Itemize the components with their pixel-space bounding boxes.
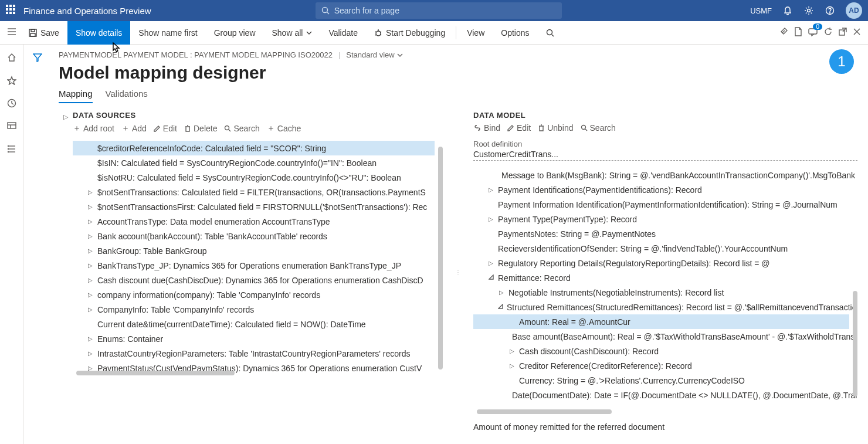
ds-tree-row[interactable]: ▷BankGroup: Table BankGroup	[73, 243, 435, 258]
scrollbar-horizontal[interactable]	[477, 409, 612, 414]
filter-icon[interactable]	[33, 53, 42, 64]
home-icon[interactable]	[7, 53, 16, 64]
scrollbar-vertical[interactable]	[438, 147, 443, 370]
find-button[interactable]	[538, 21, 562, 45]
modules-icon[interactable]	[7, 144, 16, 155]
nav-toggle-icon[interactable]	[3, 28, 21, 38]
gear-icon[interactable]	[803, 5, 814, 16]
scrollbar-vertical[interactable]	[853, 291, 857, 396]
expand-icon[interactable]: ▷	[87, 350, 94, 357]
user-avatar[interactable]: AD	[846, 2, 862, 19]
favorites-icon[interactable]	[7, 76, 16, 87]
expand-icon[interactable]: ▷	[508, 348, 516, 354]
expand-icon[interactable]: ▷	[87, 248, 94, 254]
search-button[interactable]: Search	[224, 124, 259, 133]
expand-icon[interactable]: ▷	[87, 218, 94, 225]
company-code[interactable]: USMF	[750, 6, 772, 15]
popout-icon[interactable]	[839, 28, 847, 38]
ds-tree-row[interactable]: ▷IntrastatCountryRegionParameters: Table…	[73, 346, 435, 361]
ds-tree-row[interactable]: $isNotRU: Calculated field = SysCountryR…	[73, 170, 435, 185]
add-button[interactable]: ＋Add	[121, 123, 147, 134]
edit-button[interactable]: Edit	[507, 123, 531, 133]
ds-tree-row[interactable]: $IsIN: Calculated field = SysCountryRegi…	[73, 155, 435, 170]
refresh-icon[interactable]	[823, 27, 833, 38]
show-name-first-button[interactable]: Show name first	[130, 21, 205, 45]
unbind-button[interactable]: Unbind	[538, 123, 573, 133]
scrollbar-horizontal[interactable]	[76, 371, 235, 375]
expand-icon[interactable]: ▷	[487, 216, 494, 222]
workspace-icon[interactable]	[7, 121, 16, 133]
ds-tree[interactable]: $creditorReferenceInfoCode: Calculated f…	[73, 141, 443, 375]
search-button[interactable]: Search	[581, 123, 616, 133]
attach-icon[interactable]	[779, 27, 788, 38]
messages-button[interactable]: 0	[808, 27, 818, 38]
show-all-button[interactable]: Show all	[264, 21, 321, 45]
dm-tree-row[interactable]: Amount: Real = @.AmountCur	[473, 314, 849, 329]
delete-button[interactable]: Delete	[184, 124, 217, 133]
add-root-button[interactable]: ＋Add root	[73, 123, 114, 134]
ds-tree-row[interactable]: ▷Bank account(bankAccount): Table 'BankA…	[73, 229, 435, 243]
show-details-button[interactable]: Show details	[67, 21, 130, 45]
dm-tree-row[interactable]: Remittance: Record	[473, 270, 849, 285]
group-view-button[interactable]: Group view	[206, 21, 264, 45]
expand-icon[interactable]: ▷	[87, 292, 94, 298]
expand-icon[interactable]: ▷	[487, 187, 494, 193]
expand-icon[interactable]: ▷	[498, 289, 505, 296]
expand-icon[interactable]: ▷	[87, 233, 94, 239]
ds-tree-row[interactable]: ▷CompanyInfo: Table 'CompanyInfo' record…	[73, 302, 435, 317]
expand-icon[interactable]	[487, 274, 494, 281]
ds-tree-row[interactable]: $creditorReferenceInfoCode: Calculated f…	[73, 141, 435, 155]
global-search[interactable]: Search for a page	[316, 2, 562, 19]
recent-icon[interactable]	[7, 99, 16, 110]
dm-tree[interactable]: Message to Bank(MsgBank): String = @.'ve…	[473, 168, 857, 414]
validate-button[interactable]: Validate	[320, 21, 366, 45]
root-definition-value[interactable]: CustomerCreditTrans...	[473, 150, 857, 161]
bind-button[interactable]: Bind	[473, 123, 500, 133]
dm-tree-row[interactable]: ▷Payment Identifications(PaymentIdentifi…	[473, 182, 849, 197]
start-debugging-button[interactable]: Start Debugging	[366, 21, 453, 45]
view-menu[interactable]: View	[459, 21, 493, 45]
dm-tree-row[interactable]: ▷Payment Type(PaymentType): Record	[473, 212, 849, 226]
dm-tree-row[interactable]: ▷Creditor Reference(CreditorReference): …	[473, 358, 849, 373]
ds-tree-row[interactable]: ▷$notSentTransactionsFirst: Calculated f…	[73, 199, 435, 214]
dm-tree-row[interactable]: Date(DocumentDate): Date = IF(@.Document…	[473, 388, 849, 402]
ds-tree-row[interactable]: ▷Enums: Container	[73, 331, 435, 346]
dm-tree-row[interactable]: Message to Bank(MsgBank): String = @.'ve…	[473, 168, 849, 182]
options-menu[interactable]: Options	[493, 21, 537, 45]
expand-icon[interactable]: ▷	[87, 262, 94, 269]
expand-icon[interactable]	[498, 304, 503, 310]
app-launcher-icon[interactable]	[6, 5, 18, 16]
close-icon[interactable]	[853, 28, 861, 38]
tab-validations[interactable]: Validations	[106, 89, 148, 103]
expand-icon[interactable]: ▷	[87, 306, 94, 313]
save-button[interactable]: Save	[21, 21, 67, 45]
ds-tree-row[interactable]: ▷BankTransType_JP: Dynamics 365 for Oper…	[73, 258, 435, 273]
ds-tree-row[interactable]: ▷AccountTransType: Data model enumeratio…	[73, 214, 435, 229]
expand-icon[interactable]: ▷	[87, 277, 94, 283]
ds-tree-row[interactable]: ▷company information(company): Table 'Co…	[73, 287, 435, 302]
expand-icon[interactable]: ▷	[508, 362, 516, 369]
bell-icon[interactable]	[782, 5, 793, 16]
edit-button[interactable]: Edit	[154, 124, 177, 133]
help-icon[interactable]	[825, 5, 835, 16]
dm-tree-row[interactable]: Structured Remittances(StructuredRemitta…	[473, 300, 849, 314]
expand-icon[interactable]: ▷	[87, 204, 94, 210]
ds-tree-row[interactable]: ▷$notSentTransactions: Calculated field …	[73, 185, 435, 199]
expand-icon[interactable]: ▷	[87, 189, 94, 195]
cache-button[interactable]: ＋Cache	[267, 123, 301, 134]
doc-icon[interactable]	[794, 27, 802, 38]
dm-tree-row[interactable]: ▷Cash discount(CashDiscount): Record	[473, 344, 849, 358]
dm-tree-row[interactable]: Base amount(BaseAmount): Real = @.'$TaxW…	[473, 329, 849, 344]
expand-icon[interactable]: ▷	[87, 335, 94, 342]
dm-tree-row[interactable]: Currency: String = @.'>Relations'.Curren…	[473, 373, 849, 388]
dm-tree-row[interactable]: ▷Negotiable Instruments(NegotiableInstru…	[473, 285, 849, 300]
tab-mapping[interactable]: Mapping	[59, 89, 93, 103]
ds-tree-row[interactable]: ▷Cash discount due(CashDiscDue): Dynamic…	[73, 273, 435, 287]
dm-tree-row[interactable]: RecieversIdentificationOfSender: String …	[473, 241, 849, 256]
expand-icon[interactable]: ▷	[487, 260, 494, 266]
dm-tree-row[interactable]: PaymentsNotes: String = @.PaymentNotes	[473, 226, 849, 241]
dm-tree-row[interactable]: Payment Information Identification(Payme…	[473, 197, 849, 212]
ds-tree-row[interactable]: Current date&time(currentDateTime): Calc…	[73, 317, 435, 331]
pane-splitter[interactable]: ⋮	[456, 111, 460, 434]
collapse-ds-icon[interactable]: ▷	[59, 111, 73, 375]
